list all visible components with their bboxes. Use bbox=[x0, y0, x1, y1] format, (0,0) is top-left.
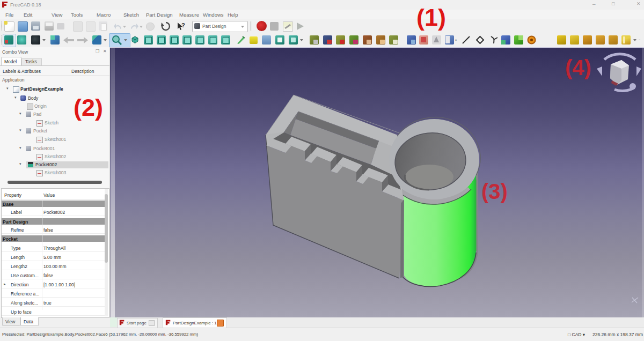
svg-text:?: ? bbox=[181, 22, 185, 28]
